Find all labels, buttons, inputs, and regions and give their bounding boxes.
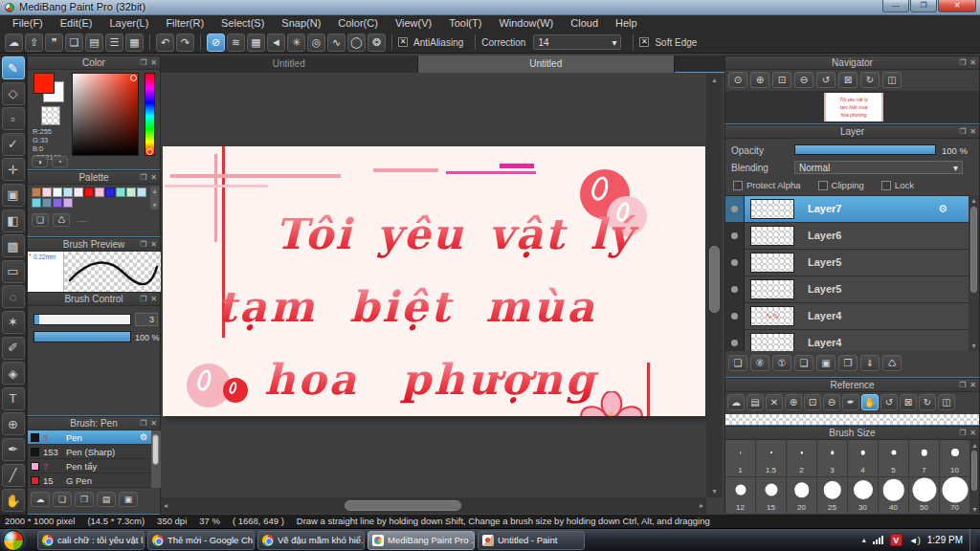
scroll-up-icon[interactable]: ▴ [970,441,979,450]
new-8bit-layer-icon[interactable]: ⑧ [750,355,769,371]
palette-swatch[interactable] [95,187,104,197]
new-1bit-layer-icon[interactable]: ① [772,355,791,371]
scroll-left-icon[interactable]: ◂ [164,501,167,510]
bucket-tool[interactable]: ◧ [2,209,25,232]
scroll-down-icon[interactable]: ▾ [969,342,979,350]
brush-tool[interactable]: ✎ [2,56,25,79]
cloud-brush-icon[interactable]: ☁ [31,492,50,507]
post-icon[interactable]: ❏ [65,33,83,52]
blending-dropdown[interactable]: Normal ▾ [794,161,963,174]
flip-horizontal-icon[interactable]: ◫ [938,394,955,410]
merge-down-icon[interactable]: ⇓ [860,355,880,371]
color-gradient-picker[interactable] [72,73,139,156]
layer-visibility-icon[interactable] [731,259,738,266]
snap-settings-icon[interactable]: ❂ [368,33,386,52]
menu-item[interactable]: Edit(E) [52,15,101,32]
reset-rotation-icon[interactable]: ⊠ [838,72,858,88]
magic-wand-tool[interactable]: ✶ [2,311,25,334]
brush-row[interactable]: 3 Pen ⚙ [28,430,151,445]
list-icon[interactable]: ☰ [105,33,123,52]
brush-size-cell[interactable]: 1 [725,440,756,477]
rotate-ccw-icon[interactable]: ↺ [816,72,835,88]
fit-window-icon[interactable]: ⊡ [772,72,791,88]
scroll-down-icon[interactable]: ▾ [970,505,979,514]
layer-row[interactable]: Layer4 ⚙ [725,330,969,351]
layer-visibility-icon[interactable] [731,340,738,346]
brush-size-cell[interactable]: 10 [940,440,970,477]
taskbar-item[interactable]: Untitled - Paint [478,531,585,550]
close-icon[interactable]: ✕ [150,56,157,70]
scroll-down-icon[interactable]: ▾ [150,201,159,209]
palette-swatch[interactable] [137,187,146,197]
palette-swatch[interactable] [53,187,62,197]
brush-size-cell[interactable]: 20 [787,477,817,515]
cloud-icon[interactable]: ☁ [5,33,23,52]
hand-icon[interactable]: ✋ [861,394,879,410]
palette-swatch[interactable] [126,187,136,197]
layer-visibility-icon[interactable] [731,232,738,239]
move-tool[interactable]: ✛ [2,158,25,181]
close-icon[interactable]: ✕ [969,379,976,392]
antialiasing-checkbox[interactable]: ✕ [398,37,408,47]
volume-icon[interactable]: ◄) [909,536,921,545]
show-desktop-button[interactable] [969,529,976,551]
close-icon[interactable]: ✕ [969,56,976,70]
clear-reference-icon[interactable]: ✕ [766,394,783,410]
eraser-tool[interactable]: ◇ [2,82,25,105]
menu-item[interactable]: Cloud [562,15,607,32]
protect-alpha-checkbox[interactable] [733,181,743,190]
load-cloud-icon[interactable]: ☁ [727,394,745,410]
eyedropper-icon[interactable]: ✒ [842,394,859,410]
gear-icon[interactable]: ⚙ [140,432,147,442]
popout-icon[interactable]: ❐ [140,171,146,185]
menu-item[interactable]: Window(W) [490,15,562,32]
add-brush-icon[interactable]: ❏ [53,492,72,507]
popout-icon[interactable]: ❐ [140,293,146,306]
brush-size-cell[interactable]: 25 [817,477,848,515]
palette-swatch[interactable] [53,198,62,208]
menu-item[interactable]: Tool(T) [440,15,490,32]
close-icon[interactable]: ✕ [150,417,157,430]
unikey-icon[interactable]: V [890,534,902,546]
menu-item[interactable]: Layer(L) [100,15,157,32]
layer-scrollbar[interactable]: ▴ ▾ [969,195,979,351]
snap-curve-icon[interactable]: ∿ [327,33,345,52]
select-eraser-tool[interactable]: ◈ [2,362,25,385]
publish-icon[interactable]: ⇧ [25,33,43,52]
brush-row[interactable]: 15 G Pen ⚙ [28,474,151,488]
opacity-slider[interactable] [794,144,936,155]
brush-size-cell[interactable]: 30 [848,477,879,515]
brush-size-cell[interactable]: 50 [909,477,940,515]
save-brush-icon[interactable]: ❐ [75,492,94,507]
navigator-preview-area[interactable]: Tôi yêu vật lý tạm biệt mùa hoa phượng [725,91,979,123]
menu-item[interactable]: Color(C) [329,15,387,32]
layer-row[interactable]: · Layer5 ⚙ [725,276,969,303]
zoom-out-icon[interactable]: ⊖ [794,72,813,88]
brush-row[interactable]: 7 Pen tẩy ⚙ [28,459,151,474]
layer-visibility-icon[interactable] [731,286,738,293]
palette-swatch[interactable] [105,187,115,197]
add-layer-menu-icon[interactable]: ❏ [794,355,813,371]
eyedropper-tool[interactable]: ✒ [2,438,25,461]
form-icon[interactable]: ▦ [125,33,144,52]
menu-item[interactable]: Filter(R) [157,15,212,32]
palette-swatch[interactable] [74,187,83,197]
hue-slider[interactable] [145,73,155,156]
brush-size-scrollbar[interactable]: ▴ ▾ [970,440,979,515]
edit-brush-icon[interactable]: ▤ [97,492,116,507]
brush-size-cell[interactable]: 7 [909,440,940,477]
close-button[interactable]: ✕ [938,0,976,12]
brush-size-cell[interactable]: 40 [879,477,909,515]
rotate-ccw-icon[interactable]: ↺ [880,394,898,410]
popout-icon[interactable]: ❐ [959,125,966,139]
palette-swatch[interactable] [42,198,52,208]
fill-rect-tool[interactable]: ▣ [2,184,25,207]
menu-item[interactable]: Snap(N) [273,15,329,32]
color-history-icon[interactable]: ◔ [52,156,68,167]
horizontal-scrollbar[interactable]: ◂ ▸ [161,497,706,514]
popout-icon[interactable]: ❐ [140,56,146,70]
popout-icon[interactable]: ❐ [140,417,146,430]
snap-vanishing-icon[interactable]: ◄ [267,33,285,52]
select-tool[interactable]: ▭ [2,260,25,283]
divide-tool[interactable]: ╱ [2,464,25,487]
